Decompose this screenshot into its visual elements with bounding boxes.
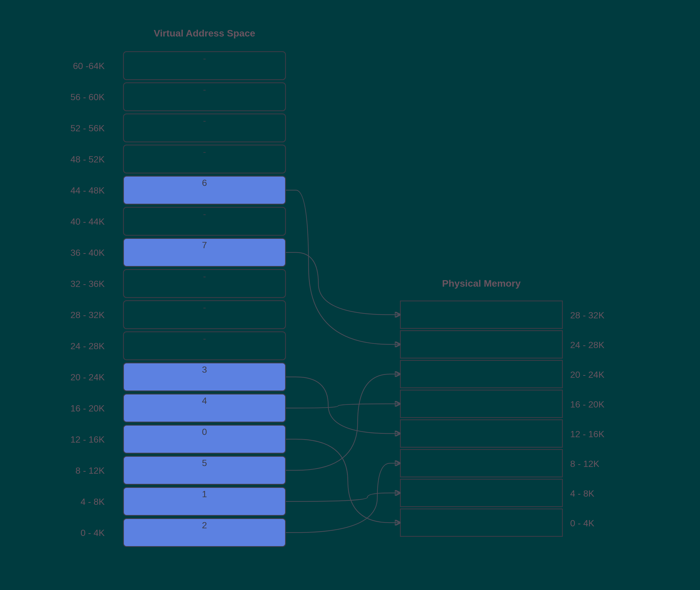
virtual-page-unmapped: - bbox=[123, 300, 286, 329]
virtual-page-range-label: 44 - 48K bbox=[60, 185, 105, 196]
virtual-page-unmapped: - bbox=[123, 331, 286, 360]
physical-frame bbox=[400, 300, 563, 329]
physical-frame-range-label: 16 - 20K bbox=[570, 399, 621, 410]
physical-frame bbox=[400, 449, 563, 477]
mapping-arrow bbox=[286, 463, 400, 532]
virtual-page-mapped: 6 bbox=[123, 176, 286, 205]
mapping-arrow bbox=[286, 377, 400, 433]
physical-frame-range-label: 28 - 32K bbox=[570, 310, 621, 321]
virtual-page-unmapped: - bbox=[123, 82, 286, 111]
virtual-page-unmapped: - bbox=[123, 269, 286, 298]
virtual-page-range-label: 4 - 8K bbox=[60, 497, 105, 507]
mapping-arrow bbox=[286, 439, 400, 523]
virtual-page-range-label: 16 - 20K bbox=[60, 403, 105, 414]
physical-frame bbox=[400, 419, 563, 448]
virtual-page-range-label: 36 - 40K bbox=[60, 248, 105, 258]
virtual-page-mapped: 7 bbox=[123, 238, 286, 267]
virtual-page-range-label: 40 - 44K bbox=[60, 216, 105, 227]
physical-frame-range-label: 24 - 28K bbox=[570, 340, 621, 350]
virtual-page-mapped: 2 bbox=[123, 518, 286, 547]
virtual-address-space-header: Virtual Address Space bbox=[123, 28, 286, 39]
virtual-page-mapped: 1 bbox=[123, 487, 286, 516]
mapping-arrow bbox=[286, 253, 400, 315]
physical-frame bbox=[400, 360, 563, 388]
mapping-arrow bbox=[286, 493, 400, 501]
physical-frame bbox=[400, 390, 563, 418]
physical-frame-range-label: 8 - 12K bbox=[570, 459, 621, 469]
physical-frame-range-label: 20 - 24K bbox=[570, 370, 621, 380]
virtual-page-range-label: 28 - 32K bbox=[60, 310, 105, 320]
virtual-page-range-label: 24 - 28K bbox=[60, 341, 105, 352]
mapping-arrow bbox=[286, 190, 400, 345]
virtual-page-unmapped: - bbox=[123, 113, 286, 142]
mapping-connectors bbox=[0, 0, 700, 590]
virtual-page-range-label: 0 - 4K bbox=[60, 528, 105, 538]
physical-frame-range-label: 12 - 16K bbox=[570, 429, 621, 439]
virtual-page-range-label: 32 - 36K bbox=[60, 279, 105, 289]
virtual-page-mapped: 3 bbox=[123, 363, 286, 391]
virtual-page-range-label: 20 - 24K bbox=[60, 372, 105, 383]
virtual-page-unmapped: - bbox=[123, 144, 286, 174]
virtual-page-range-label: 12 - 16K bbox=[60, 434, 105, 445]
physical-frame-range-label: 0 - 4K bbox=[570, 518, 621, 528]
physical-frame bbox=[400, 508, 563, 537]
mapping-arrow bbox=[286, 374, 400, 470]
physical-frame-range-label: 4 - 8K bbox=[570, 488, 621, 499]
virtual-page-range-label: 56 - 60K bbox=[60, 92, 105, 102]
virtual-page-mapped: 4 bbox=[123, 394, 286, 422]
virtual-page-range-label: 8 - 12K bbox=[60, 466, 105, 476]
virtual-page-unmapped: - bbox=[123, 207, 286, 236]
physical-frame bbox=[400, 330, 563, 359]
virtual-page-mapped: 5 bbox=[123, 456, 286, 485]
virtual-page-range-label: 60 -64K bbox=[60, 61, 105, 71]
physical-memory-header: Physical Memory bbox=[400, 278, 563, 289]
virtual-page-unmapped: - bbox=[123, 51, 286, 80]
mapping-arrow bbox=[286, 404, 400, 408]
virtual-page-mapped: 0 bbox=[123, 425, 286, 454]
virtual-page-range-label: 52 - 56K bbox=[60, 123, 105, 133]
virtual-page-range-label: 48 - 52K bbox=[60, 154, 105, 165]
physical-frame bbox=[400, 479, 563, 507]
